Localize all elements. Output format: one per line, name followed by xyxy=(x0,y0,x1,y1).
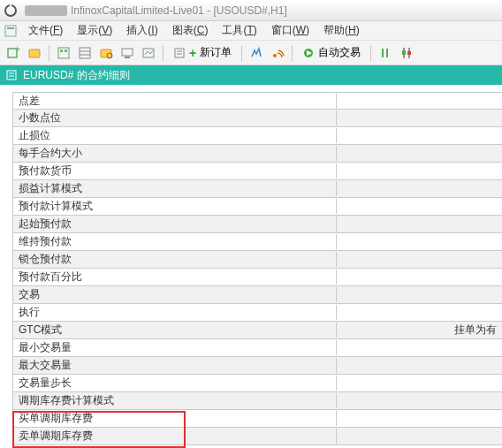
spec-icon xyxy=(5,69,18,81)
spec-row[interactable]: 预付款计算模式 xyxy=(13,198,502,216)
spec-row-label: 预付款计算模式 xyxy=(13,199,337,214)
specification-grid: 点差小数点位止损位每手合约大小预付款货币损益计算模式预付款计算模式起始预付款维持… xyxy=(12,92,502,445)
spec-row-label: 最小交易量 xyxy=(13,340,337,355)
svg-rect-10 xyxy=(80,48,90,58)
spec-row-label: 止损位 xyxy=(13,128,337,143)
panel-header: EURUSD# 的合约细则 xyxy=(0,65,502,85)
toolbar-separator xyxy=(292,45,293,61)
tb-bar-chart-icon[interactable] xyxy=(376,43,395,63)
spec-row[interactable]: 锁仓预付款 xyxy=(13,251,502,269)
spec-row[interactable]: GTC模式挂单为有 xyxy=(13,322,502,339)
spec-row-label: GTC模式 xyxy=(13,323,337,338)
plus-icon: + xyxy=(189,46,196,60)
spec-row-label: 最大交易量 xyxy=(13,358,337,373)
spec-row[interactable]: 买单调期库存费 xyxy=(13,410,502,428)
tb-data-window-icon[interactable] xyxy=(75,43,95,63)
app-icon xyxy=(4,4,18,18)
spec-row-label: 执行 xyxy=(13,305,337,320)
tb-terminal-icon[interactable] xyxy=(118,43,137,63)
spec-row-value: 挂单为有 xyxy=(337,323,502,338)
spec-row[interactable]: 执行 xyxy=(13,304,502,322)
spec-row[interactable]: 交易 xyxy=(13,286,502,304)
svg-rect-2 xyxy=(5,26,16,36)
spec-row-label: 维持预付款 xyxy=(13,234,337,249)
spec-row[interactable]: 维持预付款 xyxy=(13,233,502,251)
svg-rect-30 xyxy=(7,71,16,80)
spec-row-label: 买单调期库存费 xyxy=(13,411,337,426)
spec-row[interactable]: 最大交易量 xyxy=(13,357,502,375)
menu-dropdown-icon[interactable] xyxy=(4,24,18,38)
window-title: InfinoxCapitalLimited-Live01 - [USOUSD#,… xyxy=(71,4,287,17)
spec-row-label: 锁仓预付款 xyxy=(13,252,337,267)
svg-rect-27 xyxy=(402,50,406,55)
spec-row[interactable]: 损益计算模式 xyxy=(13,180,502,198)
svg-rect-16 xyxy=(125,57,130,58)
svg-rect-6 xyxy=(29,49,40,57)
spec-row-label: 小数点位 xyxy=(13,110,337,125)
spec-row[interactable]: 每手合约大小 xyxy=(13,145,502,163)
spec-row[interactable]: 交易量步长 xyxy=(13,375,502,392)
toolbar-separator xyxy=(241,45,242,61)
menu-insert[interactable]: 插入(I) xyxy=(119,21,164,40)
spec-row-label: 损益计算模式 xyxy=(13,181,337,196)
tb-signals-icon[interactable] xyxy=(268,43,287,63)
tb-navigator-icon[interactable] xyxy=(96,43,116,63)
svg-rect-7 xyxy=(58,48,69,58)
spec-row[interactable]: 点差 xyxy=(13,92,502,110)
new-order-label: 新订单 xyxy=(200,45,232,60)
spec-row-label: 起始预付款 xyxy=(13,216,337,232)
menu-view[interactable]: 显示(V) xyxy=(70,21,119,40)
menu-help[interactable]: 帮助(H) xyxy=(316,21,367,40)
spec-row-label: 预付款百分比 xyxy=(13,270,337,285)
tb-auto-trading-button[interactable]: 自动交易 xyxy=(297,43,366,63)
menu-file[interactable]: 文件(F) xyxy=(21,21,70,40)
spec-row-label: 交易量步长 xyxy=(13,376,337,391)
tb-strategy-tester-icon[interactable] xyxy=(139,43,158,63)
spec-row[interactable]: 卖单调期库存费 xyxy=(13,428,502,445)
menu-charts[interactable]: 图表(C) xyxy=(165,21,216,40)
menu-window[interactable]: 窗口(W) xyxy=(264,21,316,40)
svg-text:+: + xyxy=(15,46,20,54)
window-titlebar: InfinoxCapitalLimited-Live01 - [USOUSD#,… xyxy=(0,0,502,21)
spec-row[interactable]: 止损位 xyxy=(13,127,502,145)
tb-metaquotes-icon[interactable] xyxy=(247,43,266,63)
svg-point-21 xyxy=(273,54,277,57)
spec-row[interactable]: 最小交易量 xyxy=(13,339,502,357)
spec-row-label: 卖单调期库存费 xyxy=(13,429,337,444)
svg-rect-18 xyxy=(175,49,184,57)
menu-tools[interactable]: 工具(T) xyxy=(215,21,263,40)
tb-candlestick-icon[interactable] xyxy=(397,43,416,63)
svg-rect-15 xyxy=(122,49,133,56)
tb-market-watch-icon[interactable] xyxy=(54,43,73,63)
toolbar-separator xyxy=(370,45,371,61)
toolbar-separator xyxy=(163,45,164,61)
svg-rect-3 xyxy=(7,27,14,29)
svg-rect-8 xyxy=(60,49,63,52)
tb-profiles-icon[interactable] xyxy=(25,43,44,63)
spec-row-label: 点差 xyxy=(13,94,337,109)
menu-bar: 文件(F) 显示(V) 插入(I) 图表(C) 工具(T) 窗口(W) 帮助(H… xyxy=(0,21,502,41)
tb-new-order-button[interactable]: + 新订单 xyxy=(168,43,237,63)
toolbar: + + 新订单 自动交易 xyxy=(0,41,502,65)
svg-rect-29 xyxy=(407,51,411,55)
svg-rect-9 xyxy=(65,49,67,52)
spec-row-label: 每手合约大小 xyxy=(13,146,337,161)
svg-rect-1 xyxy=(10,4,11,8)
auto-trading-label: 自动交易 xyxy=(318,45,361,60)
spec-row[interactable]: 预付款百分比 xyxy=(13,269,502,286)
toolbar-separator xyxy=(49,45,49,61)
spec-row-label: 调期库存费计算模式 xyxy=(13,393,337,408)
spec-row[interactable]: 小数点位 xyxy=(13,110,502,127)
tb-new-chart-icon[interactable]: + xyxy=(4,43,23,63)
spec-row-label: 预付款货币 xyxy=(13,163,337,178)
spec-row[interactable]: 起始预付款 xyxy=(13,216,502,233)
spec-row-label: 交易 xyxy=(13,287,337,302)
specification-panel: 点差小数点位止损位每手合约大小预付款货币损益计算模式预付款计算模式起始预付款维持… xyxy=(0,85,502,448)
svg-rect-17 xyxy=(143,49,154,57)
spec-row[interactable]: 调期库存费计算模式 xyxy=(13,392,502,410)
panel-title: EURUSD# 的合约细则 xyxy=(23,68,130,83)
spec-row[interactable]: 预付款货币 xyxy=(13,163,502,180)
account-id-redacted xyxy=(25,5,67,16)
